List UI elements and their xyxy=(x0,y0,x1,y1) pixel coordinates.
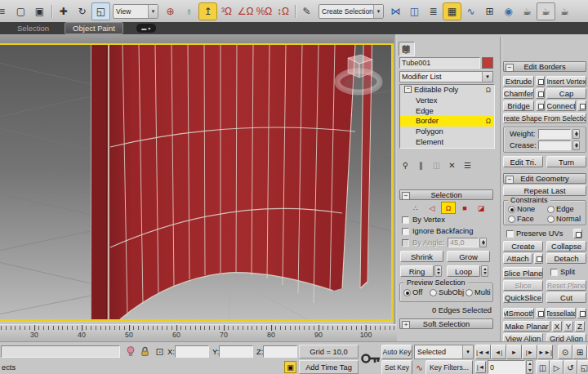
mirror-icon[interactable]: ⋈▾ xyxy=(386,2,405,20)
polygon-mode-icon[interactable]: ■ xyxy=(457,202,472,214)
constraint-face-radio[interactable] xyxy=(508,216,515,223)
shrink-button[interactable]: Shrink xyxy=(400,251,443,262)
edit-borders-rollout-header[interactable]: − Edit Borders xyxy=(503,61,586,72)
chamfer-button[interactable]: Chamfer xyxy=(503,88,534,99)
attach-settings-button[interactable] xyxy=(534,253,543,264)
keyboard-shortcut-override-icon[interactable]: ↥▾ xyxy=(198,2,217,20)
maximize-viewport-icon[interactable]: ◱ xyxy=(577,360,588,374)
select-and-scale-icon[interactable]: ◱▾ xyxy=(91,2,110,20)
angle-snap-icon[interactable]: ∠Ω▾ xyxy=(236,2,255,20)
vertex-mode-icon[interactable]: ∴ xyxy=(408,202,423,214)
previous-frame-button[interactable]: ◄| xyxy=(491,345,506,359)
selection-rollout-header[interactable]: − Selection xyxy=(399,189,493,200)
edge-mode-icon[interactable]: ◁ xyxy=(425,202,439,214)
set-key-button[interactable]: Set Key xyxy=(381,360,412,374)
go-to-start-button[interactable]: |◄◄ xyxy=(475,345,491,359)
select-and-manipulate-icon[interactable]: ♁▾ xyxy=(180,2,198,20)
percent-snap-icon[interactable]: %Ω▾ xyxy=(255,2,274,20)
use-pivot-point-center-icon[interactable]: ⊕▾ xyxy=(161,2,180,20)
by-angle-checkbox[interactable] xyxy=(402,239,409,247)
go-to-end-button[interactable]: ►►| xyxy=(537,345,553,359)
tab-object-paint[interactable]: Object Paint xyxy=(65,22,123,34)
tessellate-button[interactable]: Tessellate xyxy=(546,308,576,318)
extrude-settings-button[interactable] xyxy=(536,76,545,87)
connect-settings-button[interactable] xyxy=(577,100,586,111)
default-in-out-tangents-icon[interactable]: ∿ xyxy=(413,362,425,374)
loop-button[interactable]: Loop xyxy=(447,265,480,277)
make-unique-icon[interactable]: ◫ xyxy=(430,160,443,171)
ignore-backfacing-checkbox[interactable] xyxy=(402,228,409,235)
add-time-tag[interactable]: Add Time Tag xyxy=(299,360,359,374)
select-and-move-icon[interactable]: ✚▾ xyxy=(54,2,73,20)
weight-spinner[interactable] xyxy=(572,129,580,139)
crease-spinner[interactable] xyxy=(572,140,580,150)
ring-button[interactable]: Ring xyxy=(400,265,434,277)
pan-icon[interactable]: ◫ xyxy=(536,360,550,374)
preserve-uvs-checkbox[interactable] xyxy=(506,230,514,238)
reference-coordsys-combo[interactable]: View▾ xyxy=(113,4,158,19)
preview-off-radio[interactable] xyxy=(403,289,411,296)
zoom-extents-all-icon[interactable]: ⊞ xyxy=(572,345,587,359)
configure-modifier-sets-icon[interactable]: ☰ xyxy=(461,160,474,171)
select-and-rotate-icon[interactable]: ↻▾ xyxy=(73,2,91,20)
auto-key-button[interactable]: Auto Key xyxy=(381,345,412,359)
slice-plane-button[interactable]: Slice Plane xyxy=(503,267,543,278)
manage-layers-icon[interactable]: ≣▾ xyxy=(424,2,443,20)
weight-field[interactable] xyxy=(538,129,571,139)
object-color-swatch[interactable] xyxy=(482,57,493,69)
crease-field[interactable] xyxy=(538,140,571,150)
render-setup-icon[interactable]: ☕▾ xyxy=(518,2,537,20)
set-key-big-key-icon[interactable] xyxy=(360,346,381,371)
make-planar-x-button[interactable]: X xyxy=(552,321,562,332)
msmooth-settings-button[interactable] xyxy=(536,308,545,318)
bridge-button[interactable]: Bridge xyxy=(503,100,534,111)
loop-spinner[interactable] xyxy=(481,265,488,277)
rendered-frame-window-icon[interactable]: ☕▾ xyxy=(537,2,555,20)
stack-row-element[interactable]: Element xyxy=(400,136,494,147)
preview-subobj-radio[interactable] xyxy=(430,289,437,296)
bridge-settings-button[interactable] xyxy=(536,100,545,111)
show-end-result-icon[interactable]: ∥ xyxy=(415,160,427,171)
grow-button[interactable]: Grow xyxy=(447,251,490,262)
key-filter-combo[interactable]: Selected ▾ xyxy=(414,345,474,359)
make-planar-y-button[interactable]: Y xyxy=(564,321,573,332)
named-selection-set-combo[interactable]: Create Selection Se▾ xyxy=(318,4,384,19)
repeat-last-button[interactable]: Repeat Last xyxy=(503,185,586,196)
collapse-button[interactable]: Collapse xyxy=(546,241,586,252)
x-transform-field[interactable] xyxy=(175,345,209,358)
turn-button[interactable]: Turn xyxy=(546,156,586,167)
soft-selection-rollout-header[interactable]: + Soft Selection xyxy=(399,318,493,329)
split-checkbox[interactable] xyxy=(550,269,558,276)
ribbon-minimize-button[interactable]: ▬▾ xyxy=(136,24,156,33)
stack-row-vertex[interactable]: Vertex xyxy=(400,96,494,106)
msmooth-button[interactable]: MSmooth xyxy=(503,308,534,318)
spinner-snap-icon[interactable]: ↕Ω▾ xyxy=(274,2,292,20)
modifier-list-combo[interactable]: Modifier List ▾ xyxy=(399,71,493,82)
schematic-view-icon[interactable]: ⊞▾ xyxy=(480,2,499,20)
quickslice-button[interactable]: QuickSlice xyxy=(503,292,543,303)
isolate-toggle-icon[interactable]: ▣ xyxy=(284,361,296,373)
chamfer-settings-button[interactable] xyxy=(536,88,545,99)
stack-row-border[interactable]: BorderΩ xyxy=(400,116,494,127)
detach-button[interactable]: Detach xyxy=(546,253,586,264)
edit-geometry-rollout-header[interactable]: − Edit Geometry xyxy=(503,173,586,184)
make-planar-z-button[interactable]: Z xyxy=(575,321,585,332)
attach-button[interactable]: Attach xyxy=(503,253,532,264)
pin-stack-icon[interactable]: ⚲ xyxy=(399,160,412,171)
curve-editor-icon[interactable]: ∿▾ xyxy=(461,2,480,20)
constraint-none-radio[interactable] xyxy=(508,206,515,213)
render-production-icon[interactable]: ☕▾ xyxy=(555,2,574,20)
remove-modifier-icon[interactable]: ✕ xyxy=(446,160,458,171)
element-mode-icon[interactable]: ◪ xyxy=(474,202,488,214)
snaps-toggle-3d-icon[interactable]: ³Ω▾ xyxy=(217,2,236,20)
by-vertex-checkbox[interactable] xyxy=(402,216,409,224)
select-by-name-icon[interactable]: ≡▾ xyxy=(0,2,11,20)
z-transform-field[interactable] xyxy=(263,345,297,358)
rectangular-selection-region-icon[interactable]: ▢▾ xyxy=(11,2,30,20)
edit-tri-button[interactable]: Edit Tri. xyxy=(503,156,543,167)
next-frame-button[interactable]: |► xyxy=(522,345,537,359)
play-button[interactable]: ► xyxy=(506,345,522,359)
preserve-uvs-settings-button[interactable] xyxy=(573,229,582,238)
cut-button[interactable]: Cut xyxy=(546,292,586,303)
key-filters-button[interactable]: Key Filters... xyxy=(425,360,473,374)
